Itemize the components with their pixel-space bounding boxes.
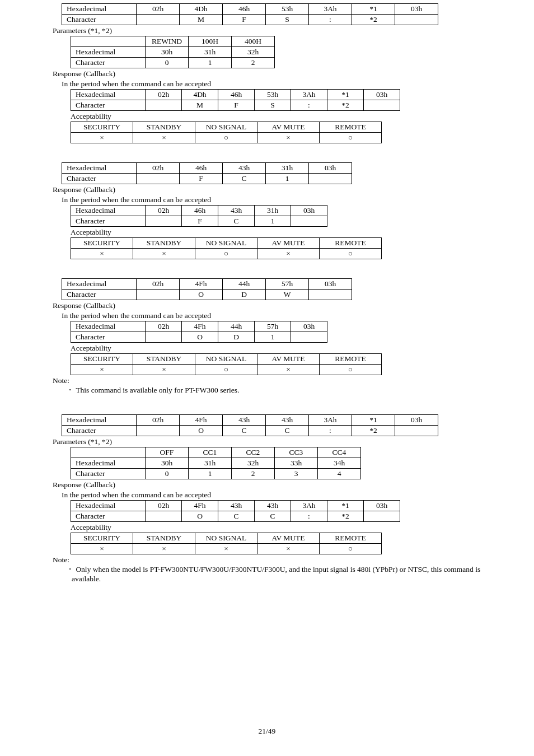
b4-bullet: ・ Only when the model is PT-FW300NTU/FW3… <box>66 564 481 584</box>
b4-acc-table: SECURITY STANDBY NO SIGNAL AV MUTE REMOT… <box>71 533 382 554</box>
b1-top-table: Hexadecimal 02h 4Dh 46h 53h 3Ah *1 03h C… <box>62 3 438 25</box>
b3-acc-table: SECURITY STANDBY NO SIGNAL AV MUTE REMOT… <box>71 353 382 375</box>
char-label: Character <box>62 15 137 25</box>
b3-bullet: ・ This command is available only for PT-… <box>66 385 481 395</box>
b1-resp-table: Hexadecimal 02h 4Dh 46h 53h 3Ah *1 03h C… <box>71 89 400 111</box>
b2-resp-table: Hexadecimal 02h 46h 43h 31h 03h Characte… <box>71 205 327 227</box>
block-1: Hexadecimal 02h 4Dh 46h 53h 3Ah *1 03h C… <box>53 3 481 143</box>
b3-response-label: Response (Callback) <box>53 301 481 310</box>
b2-acceptability-label: Acceptability <box>71 228 481 237</box>
b3-period-label: In the period when the command can be ac… <box>62 311 481 320</box>
b4-acceptability-label: Acceptability <box>71 523 481 532</box>
b2-period-label: In the period when the command can be ac… <box>62 195 481 204</box>
b1-params-table: REWIND 100H 400H Hexadecimal 30h 31h 32h… <box>71 36 275 68</box>
b3-resp-table: Hexadecimal 02h 4Fh 44h 57h 03h Characte… <box>71 321 327 343</box>
b2-acc-table: SECURITY STANDBY NO SIGNAL AV MUTE REMOT… <box>71 237 382 259</box>
page-number: 21/49 <box>0 727 534 736</box>
b4-params-label: Parameters (*1, *2) <box>53 437 481 446</box>
page: Hexadecimal 02h 4Dh 46h 53h 3Ah *1 03h C… <box>0 0 534 756</box>
b2-top-table: Hexadecimal 02h 46h 43h 31h 03h Characte… <box>62 162 352 184</box>
b3-note: Note: <box>53 376 481 385</box>
hex-label: Hexadecimal <box>62 4 137 15</box>
block-2: Hexadecimal 02h 46h 43h 31h 03h Characte… <box>53 162 481 259</box>
b1-params-label: Parameters (*1, *2) <box>53 26 481 35</box>
b1-period-label: In the period when the command can be ac… <box>62 80 481 88</box>
b4-resp-table: Hexadecimal 02h 4Fh 43h 43h 3Ah *1 03h C… <box>71 500 400 522</box>
b4-params-table: OFF CC1 CC2 CC3 CC4 Hexadecimal 30h 31h … <box>71 447 361 479</box>
b4-period-label: In the period when the command can be ac… <box>62 491 481 500</box>
b4-top-table: Hexadecimal 02h 4Fh 43h 43h 3Ah *1 03h C… <box>62 414 438 436</box>
block-3: Hexadecimal 02h 4Fh 44h 57h 03h Characte… <box>53 278 481 395</box>
b3-top-table: Hexadecimal 02h 4Fh 44h 57h 03h Characte… <box>62 278 352 300</box>
b4-response-label: Response (Callback) <box>53 480 481 489</box>
b3-acceptability-label: Acceptability <box>71 344 481 353</box>
b1-acceptability-label: Acceptability <box>71 112 481 121</box>
b1-acc-table: SECURITY STANDBY NO SIGNAL AV MUTE REMOT… <box>71 122 382 143</box>
b2-response-label: Response (Callback) <box>53 185 481 194</box>
b1-response-label: Response (Callback) <box>53 69 481 78</box>
b4-note: Note: <box>53 556 481 564</box>
block-4: Hexadecimal 02h 4Fh 43h 43h 3Ah *1 03h C… <box>53 414 481 584</box>
